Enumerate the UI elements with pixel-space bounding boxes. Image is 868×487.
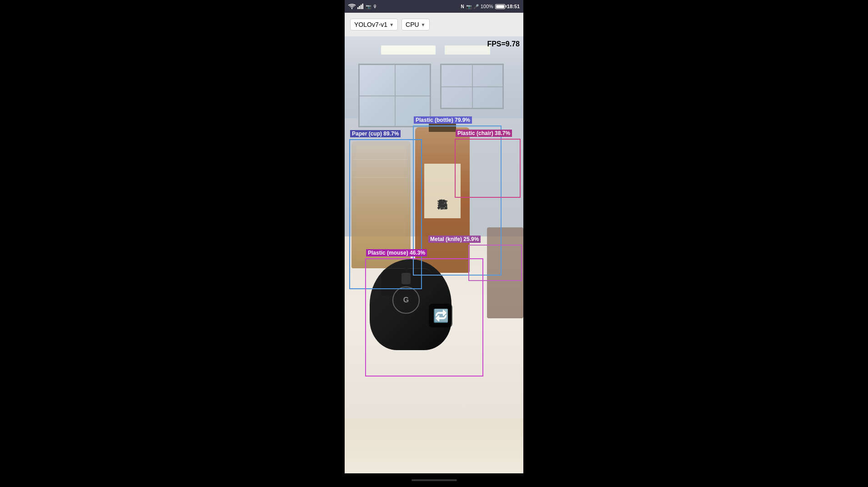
notification-badge-n: N: [461, 4, 464, 9]
fps-value: FPS=9.78: [487, 40, 520, 48]
mic-status-icon: 🎤: [473, 4, 479, 9]
model-dropdown-arrow: ▼: [389, 22, 394, 27]
detection-label-paper-cup: Paper (cup) 89.7%: [350, 130, 401, 137]
model-label: YOLOv7-v1: [354, 21, 387, 28]
camera-background: 烏龍茶 G FPS=9.78: [345, 36, 523, 487]
window-right: [440, 64, 504, 109]
bottom-nav-bar: [345, 473, 523, 487]
svg-rect-0: [357, 7, 359, 9]
wifi-icon: [348, 4, 356, 9]
detection-label-plastic-chair: Plastic (chair) 38.7%: [456, 130, 512, 137]
detection-label-metal-knife: Metal (knife) 25.9%: [428, 236, 481, 243]
battery-percent: 100%: [481, 4, 493, 9]
camera-view: 📷 🎙 N 📷 🎤 100% 18:51 YOLOv7-v1 ▼: [345, 0, 523, 487]
camera-status-icon: 📷: [466, 4, 472, 9]
battery-fill: [496, 5, 504, 8]
fps-display: FPS=9.78: [487, 40, 520, 48]
status-right-info: N 📷 🎤 100% 18:51: [461, 4, 520, 9]
battery-icon: [495, 4, 505, 9]
device-label: CPU: [406, 21, 419, 28]
detection-box-plastic-mouse: Plastic (mouse) 46.3%: [365, 258, 483, 377]
model-selector[interactable]: YOLOv7-v1 ▼: [350, 19, 398, 30]
notification-icon: 📷: [366, 4, 371, 9]
svg-rect-1: [359, 6, 361, 9]
detection-label-plastic-bottle: Plastic (bottle) 79.9%: [414, 116, 472, 124]
svg-rect-2: [361, 5, 362, 10]
signal-icon: [357, 4, 364, 9]
device-dropdown-arrow: ▼: [421, 22, 426, 27]
status-bar: 📷 🎙 N 📷 🎤 100% 18:51: [345, 0, 523, 13]
status-left-icons: 📷 🎙: [348, 4, 377, 9]
flip-icon: 🔄: [433, 308, 449, 323]
ceiling-light-2: [445, 45, 490, 55]
toolbar: YOLOv7-v1 ▼ CPU ▼: [345, 13, 523, 36]
phone-screen: 📷 🎙 N 📷 🎤 100% 18:51 YOLOv7-v1 ▼: [345, 0, 523, 487]
detection-label-plastic-mouse: Plastic (mouse) 46.3%: [366, 249, 427, 256]
time-display: 18:51: [507, 4, 520, 9]
device-selector[interactable]: CPU ▼: [401, 19, 429, 30]
detection-box-plastic-chair: Plastic (chair) 38.7%: [455, 139, 521, 198]
camera-flip-button[interactable]: 🔄: [429, 304, 452, 327]
ceiling-light-1: [381, 45, 436, 55]
svg-rect-3: [362, 4, 364, 9]
mic-icon: 🎙: [373, 4, 377, 9]
